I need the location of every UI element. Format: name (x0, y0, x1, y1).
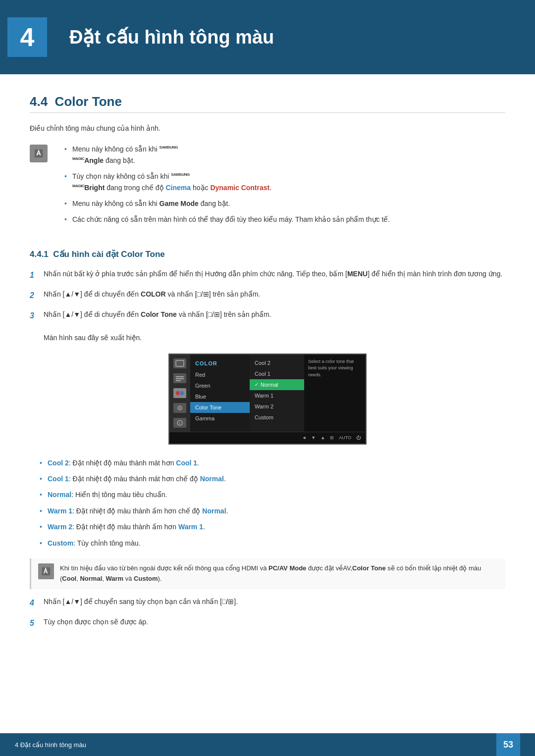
option-warm1: Warm 1: Đặt nhiệt độ màu thành ấm hơn ch… (40, 505, 505, 516)
note-pencil-icon (41, 566, 51, 576)
chapter-number: 4 (20, 22, 35, 52)
chapter-header: 4 Đặt cấu hình tông màu (0, 0, 535, 74)
svg-rect-2 (177, 361, 180, 363)
menu-header: COLOR (190, 358, 250, 369)
monitor-bottom-bar: ◄ ▼ ▲ ⊞ AUTO ⏻ (169, 432, 366, 444)
step-3: 3 Nhấn [▲/▼] để di chuyển đến Color Tone… (30, 309, 505, 322)
svg-point-8 (179, 391, 181, 395)
inline-note-icon (38, 563, 54, 579)
inline-note: Khi tín hiệu đầu vào từ bên ngoài được k… (30, 558, 505, 589)
steps-after-list: 4 Nhấn [▲/▼] để chuyển sang tùy chọn bạn… (30, 596, 505, 630)
pencil-icon (33, 148, 44, 159)
step-1: 1 Nhấn nút bất kỳ ở phía trước sản phẩm … (30, 268, 505, 282)
section-description: Điều chỉnh tông màu chung của hình ảnh. (30, 123, 505, 134)
monitor-menu: i COLOR Red Green Blue Color Tone Gamma (169, 354, 366, 432)
steps-list: 1 Nhấn nút bất kỳ ở phía trước sản phẩm … (30, 268, 505, 323)
notes-list: Menu này không có sẵn khi SAMSUNGMAGICAn… (54, 144, 390, 230)
option-warm2: Warm 2: Đặt nhiệt độ màu thành ấm hơn Wa… (40, 521, 505, 532)
svg-text:i: i (179, 421, 180, 425)
hint-panel: Select a color tone that best suits your… (304, 354, 366, 432)
submenu-custom: Custom (250, 412, 304, 423)
main-content: 4.4 Color Tone Điều chỉnh tông màu chung… (0, 94, 535, 679)
step-2: 2 Nhấn [▲/▼] để di chuyển đến COLOR và n… (30, 289, 505, 302)
submenu-cool1: Cool 1 (250, 368, 304, 379)
subsection-heading: 4.4.1 Cấu hình cài đặt Color Tone (30, 249, 505, 259)
monitor-screen: i COLOR Red Green Blue Color Tone Gamma (168, 353, 367, 445)
color-icon (175, 390, 184, 397)
step-5: 5 Tùy chọn được chọn sẽ được áp. (30, 616, 505, 630)
note-item-4: Các chức năng có sẵn trên màn hình có th… (64, 214, 390, 225)
sidebar-icon-5: i (173, 418, 186, 428)
option-cool2: Cool 2: Đặt nhiệt độ màu thành mát hơn C… (40, 457, 505, 468)
svg-rect-5 (176, 380, 181, 381)
footer-page: 53 (496, 733, 520, 756)
menu-item-blue: Blue (190, 391, 250, 402)
submenu-warm1: Warm 1 (250, 390, 304, 401)
monitor-sidebar: i (169, 354, 190, 432)
note-icon (30, 145, 48, 162)
btn-down: ▼ (311, 435, 316, 440)
footer-text: 4 Đặt cấu hình tông màu (15, 741, 86, 749)
sidebar-icon-4 (173, 403, 186, 413)
btn-left: ◄ (302, 435, 306, 440)
note-item-3: Menu này không có sẵn khi Game Mode đang… (64, 198, 390, 209)
menu-panel: COLOR Red Green Blue Color Tone Gamma (190, 354, 250, 432)
menu-item-colortone: Color Tone (190, 402, 250, 413)
option-cool1: Cool 1: Đặt nhiệt độ màu thành mát hơn c… (40, 473, 505, 484)
sidebar-icon-1 (173, 358, 186, 368)
chapter-number-box: 4 (0, 15, 54, 59)
info-icon: i (175, 419, 184, 426)
btn-up: ▲ (321, 435, 325, 440)
submenu-normal: Normal (250, 379, 304, 390)
hint-text: Select a color tone that best suits your… (308, 359, 354, 377)
submenu-panel: Cool 2 Cool 1 Normal Warm 1 Warm 2 Custo… (250, 354, 304, 432)
gear-icon (175, 404, 184, 411)
btn-enter: ⊞ (330, 435, 334, 440)
menu-item-green: Green (190, 380, 250, 391)
option-normal: Normal: Hiển thị tông màu tiêu chuẩn. (40, 489, 505, 500)
btn-auto: AUTO (339, 435, 351, 440)
svg-rect-3 (176, 376, 184, 377)
footer: 4 Đặt cấu hình tông màu 53 (0, 733, 535, 756)
chapter-number-inner: 4 (7, 17, 47, 57)
section-heading: 4.4 Color Tone (30, 94, 505, 113)
sidebar-icon-3 (173, 388, 186, 398)
step-3-sub: Màn hình sau đây sẽ xuất hiện. (30, 332, 505, 343)
lines-icon (175, 375, 184, 382)
chapter-title: Đặt cấu hình tông màu (69, 26, 274, 48)
note-item-2: Tùy chọn này không có sẵn khi SAMSUNGMAG… (64, 171, 390, 193)
monitor-container: i COLOR Red Green Blue Color Tone Gamma (30, 353, 505, 445)
menu-item-gamma: Gamma (190, 413, 250, 424)
step-4: 4 Nhấn [▲/▼] để chuyển sang tùy chọn bạn… (30, 596, 505, 609)
btn-power: ⏻ (356, 435, 361, 440)
menu-item-red: Red (190, 369, 250, 380)
note-item-1: Menu này không có sẵn khi SAMSUNGMAGICAn… (64, 144, 390, 166)
monitor-icon (175, 360, 184, 367)
notes-block: Menu này không có sẵn khi SAMSUNGMAGICAn… (30, 144, 505, 240)
monitor-content: COLOR Red Green Blue Color Tone Gamma Co… (190, 354, 366, 432)
color-options-list: Cool 2: Đặt nhiệt độ màu thành mát hơn C… (30, 457, 505, 549)
sidebar-icon-2 (173, 373, 186, 383)
svg-rect-4 (176, 378, 184, 379)
option-custom: Custom: Tùy chỉnh tông màu. (40, 538, 505, 549)
submenu-cool2: Cool 2 (250, 357, 304, 368)
inline-note-text: Khi tín hiệu đầu vào từ bên ngoài được k… (60, 563, 498, 584)
svg-point-10 (179, 407, 181, 408)
submenu-warm2: Warm 2 (250, 401, 304, 412)
